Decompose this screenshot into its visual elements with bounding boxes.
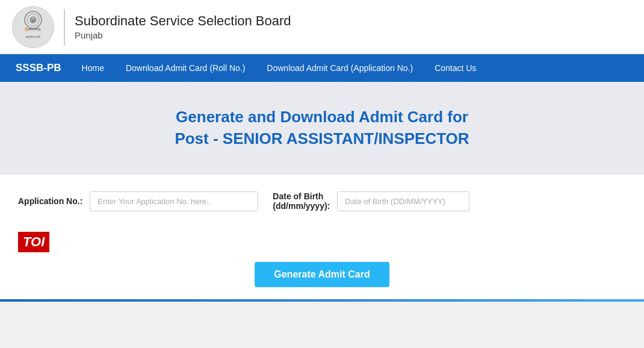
org-logo: 🏛 🐎 🐃 सत्यमेव जयते: [12, 6, 54, 48]
org-name: Subordinate Service Selection Board: [75, 13, 291, 29]
app-no-input[interactable]: [90, 191, 258, 211]
hero-section: Generate and Download Admit Card for Pos…: [0, 82, 644, 174]
main-navbar: SSSB-PB Home Download Admit Card (Roll N…: [0, 54, 644, 82]
bottom-divider: [0, 299, 644, 302]
dob-label: Date of Birth (dd/mm/yyyy):: [273, 191, 330, 211]
form-row: Application No.: Date of Birth (dd/mm/yy…: [18, 191, 626, 211]
svg-text:🐃: 🐃: [37, 27, 42, 32]
header-divider: [64, 9, 65, 45]
nav-item-download-roll[interactable]: Download Admit Card (Roll No.): [115, 54, 256, 82]
svg-text:सत्यमेव जयते: सत्यमेव जयते: [25, 35, 40, 39]
form-section: Application No.: Date of Birth (dd/mm/yy…: [0, 174, 644, 223]
header-text-group: Subordinate Service Selection Board Punj…: [75, 13, 291, 40]
nav-item-download-app[interactable]: Download Admit Card (Application No.): [256, 54, 424, 82]
toi-row: TOI: [0, 223, 644, 252]
hero-title: Generate and Download Admit Card for Pos…: [12, 106, 632, 150]
dob-input[interactable]: [337, 191, 469, 211]
page-header: 🏛 🐎 🐃 सत्यमेव जयते Subordinate Service S…: [0, 0, 644, 54]
button-row: Generate Admit Card: [0, 252, 644, 299]
nav-item-home[interactable]: Home: [71, 54, 115, 82]
svg-text:🐎: 🐎: [25, 27, 29, 32]
nav-item-contact[interactable]: Contact Us: [424, 54, 487, 82]
app-no-group: Application No.:: [18, 191, 258, 211]
org-state: Punjab: [75, 30, 291, 40]
generate-admit-card-button[interactable]: Generate Admit Card: [255, 262, 389, 287]
app-no-label: Application No.:: [18, 196, 82, 206]
toi-badge: TOI: [18, 232, 49, 252]
navbar-brand[interactable]: SSSB-PB: [6, 54, 71, 82]
dob-group: Date of Birth (dd/mm/yyyy):: [273, 191, 469, 211]
